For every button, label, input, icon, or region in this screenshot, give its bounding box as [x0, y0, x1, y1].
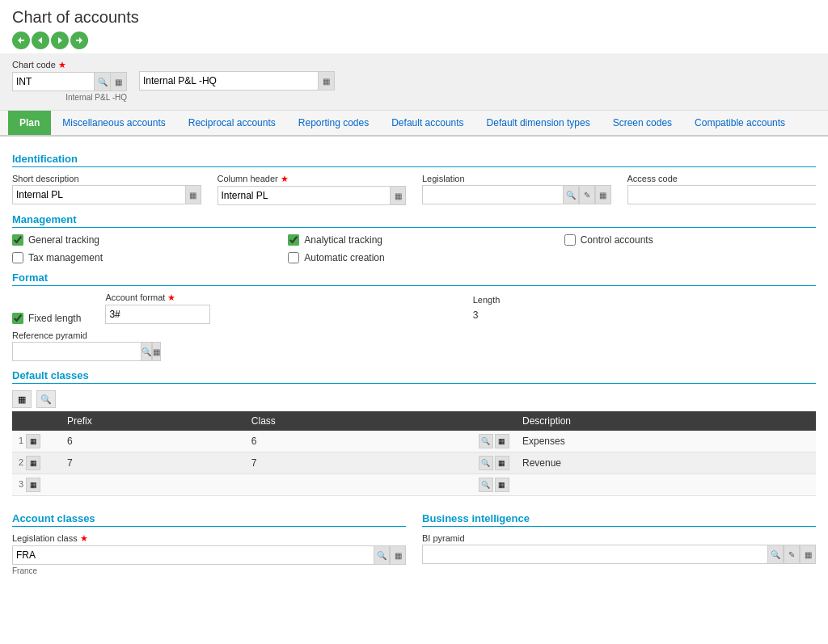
legislation-class-input[interactable] — [12, 545, 374, 565]
row-1-icon[interactable]: ▦ — [26, 434, 40, 448]
row-2-class-search[interactable]: 🔍 — [479, 456, 493, 470]
chart-code-field: Chart code ★ 🔍 ▦ Internal P&L -HQ — [12, 60, 127, 102]
tax-management-checkbox[interactable] — [12, 252, 23, 263]
legislation-class-grid-icon[interactable]: ▦ — [390, 545, 406, 565]
tab-default-accounts[interactable]: Default accounts — [380, 111, 475, 135]
chart-code-search-icon[interactable]: 🔍 — [94, 73, 110, 90]
general-tracking-checkbox[interactable] — [12, 234, 23, 246]
legislation-class-label: Legislation class ★ — [12, 533, 406, 544]
tabs-bar: Plan Miscellaneous accounts Reciprocal a… — [0, 111, 828, 137]
page-header: Chart of accounts — [0, 0, 828, 53]
row-1-class-icons: 🔍 ▦ — [479, 434, 509, 448]
short-description-input-group: ▦ — [12, 185, 201, 204]
legislation-input[interactable] — [422, 185, 563, 204]
reference-pyramid-input-group: 🔍 ▦ — [12, 342, 158, 361]
tab-miscellaneous[interactable]: Miscellaneous accounts — [51, 111, 176, 135]
tab-reciprocal[interactable]: Reciprocal accounts — [177, 111, 287, 135]
control-accounts-label: Control accounts — [581, 234, 653, 246]
tab-compatible[interactable]: Compatible accounts — [683, 111, 796, 135]
chart-description-grid-icon[interactable]: ▦ — [318, 72, 334, 90]
legislation-label: Legislation — [422, 174, 611, 183]
account-classes-heading: Account classes — [12, 512, 406, 527]
control-accounts-item: Control accounts — [564, 234, 816, 246]
row-2-icon[interactable]: ▦ — [26, 456, 40, 470]
chart-description-label — [139, 60, 335, 69]
row-2-class-grid[interactable]: ▦ — [495, 456, 509, 470]
col-class: Class — [245, 411, 516, 431]
general-tracking-label: General tracking — [28, 234, 99, 246]
row-3-class-grid[interactable]: ▦ — [495, 478, 509, 492]
identification-heading: Identification — [12, 153, 816, 167]
control-accounts-checkbox[interactable] — [564, 234, 576, 246]
general-tracking-item: General tracking — [12, 234, 264, 246]
tab-screen-codes[interactable]: Screen codes — [602, 111, 683, 135]
short-description-label: Short description — [12, 174, 201, 183]
short-description-grid-icon[interactable]: ▦ — [185, 185, 201, 204]
column-header-input-group: ▦ — [218, 186, 407, 205]
length-group: Length 3 — [473, 295, 816, 324]
svg-marker-2 — [58, 37, 62, 44]
bi-pyramid-input[interactable] — [422, 545, 767, 564]
bi-pyramid-edit-icon[interactable]: ✎ — [784, 545, 800, 564]
management-heading: Management — [12, 213, 816, 228]
row-2-description: Revenue — [516, 452, 816, 474]
format-heading: Format — [12, 271, 816, 286]
business-intelligence-heading: Business intelligence — [422, 512, 816, 527]
row-1-class-cell: 6 🔍 ▦ — [251, 434, 509, 448]
chart-code-grid-icon[interactable]: ▦ — [110, 73, 126, 90]
reference-pyramid-grid-icon[interactable]: ▦ — [152, 342, 161, 361]
first-button[interactable] — [12, 32, 30, 49]
tab-default-dim[interactable]: Default dimension types — [475, 111, 602, 135]
tax-management-item: Tax management — [12, 252, 264, 263]
default-classes-table: Prefix Class Description 1 ▦ 6 6 — [12, 411, 816, 496]
table-search-button[interactable]: 🔍 — [36, 390, 56, 408]
legislation-class-required: ★ — [80, 533, 88, 543]
row-1-class-grid[interactable]: ▦ — [495, 434, 509, 448]
row-2-prefix: 7 — [61, 452, 245, 474]
legislation-class-search-icon[interactable]: 🔍 — [374, 545, 390, 565]
length-label: Length — [473, 295, 816, 305]
chart-code-input[interactable] — [13, 76, 94, 87]
legislation-edit-icon[interactable]: ✎ — [579, 185, 595, 204]
page-title: Chart of accounts — [12, 8, 816, 27]
row-3-class-cell: 🔍 ▦ — [251, 478, 509, 492]
bi-pyramid-search-icon[interactable]: 🔍 — [767, 545, 784, 564]
account-classes-section: Account classes Legislation class ★ 🔍 ▦ … — [12, 504, 406, 575]
fixed-length-checkbox[interactable] — [12, 313, 23, 324]
chart-description-input-group: ▦ — [139, 71, 335, 90]
row-3-class-search[interactable]: 🔍 — [479, 478, 493, 492]
automatic-creation-checkbox[interactable] — [288, 252, 299, 263]
account-format-input[interactable] — [105, 305, 210, 324]
column-header-input[interactable] — [218, 186, 391, 205]
row-1-description: Expenses — [516, 431, 816, 452]
length-value: 3 — [473, 306, 816, 324]
analytical-tracking-checkbox[interactable] — [288, 234, 299, 246]
row-2-num: 2 — [19, 457, 23, 467]
chart-code-hint: Internal P&L -HQ — [12, 93, 127, 102]
bi-pyramid-grid-icon[interactable]: ▦ — [800, 545, 816, 564]
svg-marker-3 — [76, 37, 82, 44]
legislation-grid-icon[interactable]: ▦ — [595, 185, 611, 204]
next-button[interactable] — [51, 32, 69, 49]
legislation-search-icon[interactable]: 🔍 — [563, 185, 579, 204]
last-button[interactable] — [70, 32, 88, 49]
chart-description-input[interactable] — [140, 75, 318, 86]
table-grid-button[interactable]: ▦ — [12, 390, 32, 408]
previous-button[interactable] — [32, 32, 49, 49]
column-header-label: Column header ★ — [218, 174, 407, 184]
chart-description-field: ▦ — [139, 60, 335, 90]
access-code-input[interactable] — [627, 185, 817, 204]
format-row: Fixed length Account format ★ Length 3 — [12, 293, 816, 324]
required-star: ★ — [58, 60, 66, 69]
table-row: 2 ▦ 7 7 🔍 ▦ Revenue — [12, 452, 816, 474]
reference-pyramid-search-icon[interactable]: 🔍 — [141, 342, 152, 361]
col-description: Description — [516, 411, 816, 431]
tab-plan[interactable]: Plan — [8, 111, 51, 135]
row-1-class-search[interactable]: 🔍 — [479, 434, 493, 448]
svg-marker-1 — [38, 37, 42, 44]
row-3-icon[interactable]: ▦ — [26, 478, 40, 492]
column-header-grid-icon[interactable]: ▦ — [390, 186, 406, 205]
short-description-input[interactable] — [12, 185, 185, 204]
reference-pyramid-input[interactable] — [12, 342, 141, 361]
tab-reporting[interactable]: Reporting codes — [287, 111, 380, 135]
